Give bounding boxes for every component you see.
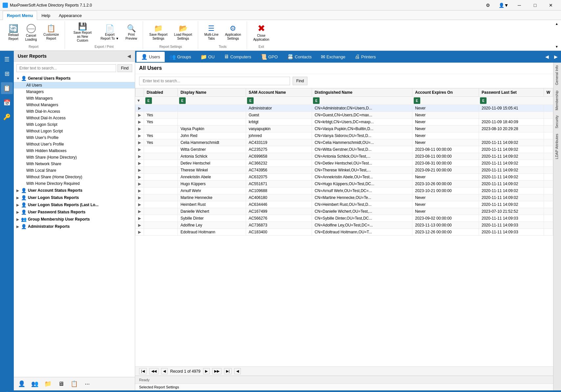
tree-item-17[interactable]: ▶👤User Account Status Reports: [14, 187, 135, 194]
tree-item-9[interactable]: With User's Profile: [14, 134, 135, 141]
tree-item-1[interactable]: All Users: [14, 82, 135, 88]
reload-report-btn[interactable]: 🔄 ReloadReport: [5, 23, 22, 43]
tree-item-14[interactable]: With Local Share: [14, 167, 135, 174]
row-expand-1[interactable]: ▶: [135, 112, 144, 119]
table-row[interactable]: ▶ Heimbert Rust AC634446 CN=Heimbert Rus…: [135, 201, 553, 208]
col-pwd[interactable]: Password Last Set: [479, 88, 544, 97]
table-row[interactable]: ▶ Adolfine Ley AC736873 CN=Adolfine Ley,…: [135, 222, 553, 229]
sidebar-icon-key[interactable]: 🔑: [1, 111, 13, 123]
tab-contacts[interactable]: 📇 Contacts: [282, 52, 316, 62]
bottom-icon-more[interactable]: ···: [82, 379, 93, 389]
col-disabled[interactable]: Disabled: [144, 88, 178, 97]
filter-disabled[interactable]: E: [144, 97, 178, 105]
customize-report-btn[interactable]: 📋 CustomizeReport: [40, 23, 62, 42]
filter-sam[interactable]: E: [246, 97, 312, 105]
tab-nav-left[interactable]: ◀: [543, 53, 551, 60]
sidebar-icon-reports[interactable]: 📋: [1, 82, 13, 94]
tab-printers[interactable]: 🖨 Printers: [350, 52, 381, 62]
nav-horizontal[interactable]: ◀: [234, 368, 241, 374]
tree-item-2[interactable]: Managers: [14, 88, 135, 95]
bottom-icon-folder[interactable]: 📁: [43, 379, 53, 389]
table-row[interactable]: ▶ Therese Winkel AC743956 CN=Therese Win…: [135, 167, 553, 174]
print-preview-btn[interactable]: 🔍 PrintPreview: [122, 23, 140, 42]
row-expand-13[interactable]: ▶: [135, 194, 144, 201]
close-application-btn[interactable]: ✖ CloseApplication: [250, 22, 272, 43]
content-search-input[interactable]: [139, 77, 290, 85]
row-expand-7[interactable]: ▶: [135, 153, 144, 160]
tab-ou[interactable]: 📁 OU: [196, 52, 219, 62]
cancel-loading-btn[interactable]: — CancelLoading: [22, 22, 40, 43]
tree-item-7[interactable]: With Logon Script: [14, 121, 135, 128]
filter-pwd[interactable]: E: [479, 97, 544, 105]
settings-btn[interactable]: ⚙: [480, 0, 495, 10]
tree-item-4[interactable]: Without Managers: [14, 102, 135, 108]
tree-item-8[interactable]: Without Logon Script: [14, 128, 135, 134]
table-row[interactable]: ▶ Yes John Red johnred CN=Vanya Sidorov,…: [135, 132, 553, 139]
filter-expires-icon[interactable]: E: [414, 97, 420, 104]
table-row[interactable]: ▶ Yes Guest CN=Guest,CN=Users,DC=max... …: [135, 112, 553, 119]
save-report-new-btn[interactable]: 💾 Save Reportas New Custom: [68, 21, 97, 44]
tab-nav-right[interactable]: ▶: [552, 53, 560, 60]
tree-item-10[interactable]: Without User's Profile: [14, 141, 135, 147]
tree-search-input[interactable]: [16, 64, 116, 72]
row-expand-14[interactable]: ▶: [135, 201, 144, 208]
table-row[interactable]: ▶ Danielle Wichert AC167499 CN=Danielle …: [135, 208, 553, 215]
table-row[interactable]: ▶ Antonia Schlick AC699658 CN=Antonia Sc…: [135, 153, 553, 160]
col-sam[interactable]: SAM Account Name: [246, 88, 312, 97]
tree-item-22[interactable]: ▶👤Administrator Reports: [14, 223, 135, 230]
tree-item-12[interactable]: With Share (Home Directory): [14, 154, 135, 161]
row-expand-0[interactable]: ▶: [135, 105, 144, 112]
row-expand-3[interactable]: ▶: [135, 126, 144, 132]
close-btn[interactable]: ✕: [543, 0, 558, 10]
row-expand-11[interactable]: ▶: [135, 181, 144, 187]
table-row[interactable]: ▶ Detlev Hentschel AC366232 CN=Detlev He…: [135, 160, 553, 167]
tree-item-0[interactable]: ▼👤General Users Reports: [14, 75, 135, 82]
app-settings-btn[interactable]: ⚙ ApplicationSettings: [222, 23, 244, 42]
tree-item-20[interactable]: ▶👤User Password Status Reports: [14, 208, 135, 216]
row-expand-4[interactable]: ▶: [135, 132, 144, 139]
table-row[interactable]: ▶ Sybille Dinter AC566276 CN=Sybille Din…: [135, 215, 553, 222]
tree-item-5[interactable]: With Dial-In Access: [14, 108, 135, 115]
table-row[interactable]: ▶ Yes krbtgt CN=krbtgt,CN=Users,DC=maxp.…: [135, 119, 553, 126]
row-expand-5[interactable]: ▶: [135, 139, 144, 146]
sidepanel-security[interactable]: Security: [553, 113, 561, 131]
row-expand-2[interactable]: ▶: [135, 119, 144, 126]
tab-exchange[interactable]: ✉ Exchange: [316, 52, 350, 62]
bottom-icon-admin[interactable]: 📋: [69, 379, 79, 389]
row-expand-10[interactable]: ▶: [135, 174, 144, 181]
collapse-panel-btn[interactable]: ◀: [127, 53, 131, 59]
tab-gpo[interactable]: 📜 GPO: [256, 52, 282, 62]
tab-users[interactable]: 👤 Users: [136, 52, 165, 62]
filter-display-name[interactable]: E: [178, 97, 246, 105]
row-expand-8[interactable]: ▶: [135, 160, 144, 167]
filter-pwd-icon[interactable]: E: [480, 97, 487, 104]
table-row[interactable]: ▶ Edoltraud Hoitmann AC183400 CN=Edoltra…: [135, 229, 553, 236]
row-expand-17[interactable]: ▶: [135, 222, 144, 229]
row-expand-15[interactable]: ▶: [135, 208, 144, 215]
tree-item-3[interactable]: With Managers: [14, 95, 135, 102]
sidebar-icon-dashboard[interactable]: ⊞: [1, 68, 13, 80]
tree-item-11[interactable]: With Hidden Mailboxes: [14, 147, 135, 154]
table-row[interactable]: ▶ Martine Hennecke AC406180 CN=Martine H…: [135, 194, 553, 201]
col-expires[interactable]: Account Expires On: [412, 88, 479, 97]
table-row[interactable]: ▶ Administrator CN=Administrator,CN=User…: [135, 105, 553, 112]
nav-prev[interactable]: ◀: [161, 368, 168, 374]
row-expand-16[interactable]: ▶: [135, 215, 144, 222]
sidepanel-ldap[interactable]: LDAP Attributes: [553, 131, 561, 162]
filter-sam-icon[interactable]: E: [247, 97, 254, 104]
col-display-name[interactable]: Display Name: [178, 88, 246, 97]
nav-prev-10[interactable]: ◀◀: [149, 368, 158, 374]
row-expand-6[interactable]: ▶: [135, 146, 144, 153]
content-find-btn[interactable]: Find: [293, 77, 307, 85]
bottom-icon-group[interactable]: 👥: [30, 379, 40, 389]
sidebar-icon-hamburger[interactable]: ☰: [1, 53, 13, 65]
tab-help[interactable]: Help: [37, 11, 54, 20]
table-row[interactable]: ▶ Witta Gerstner AC235275 CN=Witta Gerst…: [135, 146, 553, 153]
col-w[interactable]: W: [544, 88, 553, 97]
export-report-btn[interactable]: 📄 ExportReport To ▼: [98, 23, 122, 42]
tab-report-menu[interactable]: Report Menu: [3, 11, 37, 20]
nav-next-10[interactable]: ▶▶: [212, 368, 221, 374]
tree-item-18[interactable]: ▶👤User Logon Status Reports: [14, 194, 135, 201]
filter-expires[interactable]: E: [412, 97, 479, 105]
ribbon-scroll-up[interactable]: ▲: [555, 22, 558, 26]
